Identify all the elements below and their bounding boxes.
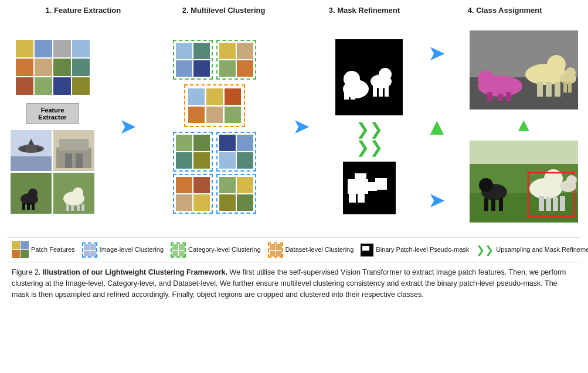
patch-6 xyxy=(35,59,52,76)
ca-top-svg xyxy=(470,30,578,109)
caption-bold-text: Illustration of our Lightweight Clusteri… xyxy=(43,268,227,276)
mask-refinement-section: ❯❯ ❯❯ xyxy=(331,18,407,235)
svg-rect-52 xyxy=(487,92,492,101)
blue-arrow-3: ➤ xyxy=(428,41,446,66)
legend-upsampling: ❯❯ Upsampling and Mask Refinement xyxy=(476,244,588,256)
mask-top xyxy=(335,39,403,115)
patch-8 xyxy=(72,59,90,76)
feature-extractor-box: Feature Extractor xyxy=(26,103,79,124)
step-1-label: 1. Feature Extraction xyxy=(25,6,142,15)
green-arrow-up: ▲ xyxy=(425,114,448,140)
mask-bottom-svg xyxy=(343,162,396,214)
cm-3 xyxy=(176,60,192,77)
svg-rect-45 xyxy=(555,82,560,97)
svg-rect-32 xyxy=(385,85,389,97)
bc-10 xyxy=(193,177,210,193)
input-images xyxy=(11,130,94,214)
ldm-5 xyxy=(172,244,178,250)
input-img-airplane xyxy=(11,130,52,171)
cm-7 xyxy=(219,60,236,77)
bc-11 xyxy=(176,194,192,211)
patch-12 xyxy=(72,77,90,95)
ldm-6 xyxy=(179,244,185,250)
main-container: 1. Feature Extraction 2. Multilevel Clus… xyxy=(0,0,588,307)
svg-rect-15 xyxy=(27,203,30,210)
svg-rect-26 xyxy=(344,89,349,100)
diagram-content: Feature Extractor xyxy=(7,18,581,235)
caption-figure-num: Figure 2. xyxy=(12,268,40,276)
ldm-9 xyxy=(270,244,276,250)
legend-category-level: Category-level Clustering xyxy=(171,242,261,258)
green-up-between: ▲ xyxy=(470,114,578,136)
ca-top-image xyxy=(470,30,578,109)
svg-rect-20 xyxy=(66,204,69,211)
svg-rect-14 xyxy=(22,203,25,210)
bc-15 xyxy=(219,194,236,211)
ldm-1 xyxy=(84,244,90,250)
svg-point-25 xyxy=(344,71,360,87)
bc-8 xyxy=(237,152,253,169)
cluster-row-blue-2 xyxy=(173,174,256,214)
patch-2 xyxy=(35,40,52,57)
bc-13 xyxy=(219,177,236,193)
orange-cluster-large xyxy=(184,84,245,127)
patch-11 xyxy=(53,77,71,95)
svg-point-42 xyxy=(547,55,566,74)
green-up-arrow-icon: ▲ xyxy=(515,114,533,136)
cm-5 xyxy=(219,43,236,59)
bc-5 xyxy=(219,135,236,151)
bc-3 xyxy=(176,152,192,169)
cluster-row-green xyxy=(173,40,256,80)
ldm-10 xyxy=(276,244,282,250)
bc-1 xyxy=(176,135,192,151)
patch-7 xyxy=(53,59,71,76)
ocm-3 xyxy=(225,88,241,105)
bc-14 xyxy=(237,177,253,193)
legend-dataset-level: Dataset-level Clustering xyxy=(268,242,354,258)
bc-16 xyxy=(237,194,253,211)
legend-patch-icon xyxy=(12,241,29,258)
ca-bottom-svg xyxy=(470,141,578,223)
svg-rect-30 xyxy=(373,85,377,97)
bc-4 xyxy=(193,152,210,169)
figure-caption: Figure 2. Illustration of our Lightweigh… xyxy=(7,262,581,302)
class-assignment-container: ▲ xyxy=(470,30,578,223)
arrow-3: ➤ ▲ ➤ xyxy=(422,18,451,235)
ocm-6 xyxy=(225,107,241,123)
blue-arrow-1: ➤ xyxy=(119,114,137,139)
svg-rect-31 xyxy=(379,85,383,97)
svg-rect-60 xyxy=(484,198,488,211)
svg-rect-37 xyxy=(349,192,356,203)
svg-rect-34 xyxy=(355,173,366,182)
green-cluster-2 xyxy=(216,40,256,80)
input-img-building xyxy=(53,130,94,171)
top-patch-grid xyxy=(16,40,90,95)
chevron-2: ❯❯ xyxy=(356,139,383,156)
legend-orange-box xyxy=(268,242,283,258)
ldm-8 xyxy=(179,251,185,256)
lp-2 xyxy=(21,241,29,249)
svg-point-59 xyxy=(479,178,493,192)
legend-mask-icon xyxy=(361,244,373,256)
svg-point-29 xyxy=(379,68,392,81)
ldm-11 xyxy=(270,251,276,256)
ldm-7 xyxy=(172,251,178,256)
bc-2 xyxy=(193,135,210,151)
legend-patch-label: Patch Features xyxy=(31,245,75,254)
multilevel-clustering-section xyxy=(157,18,271,235)
svg-rect-57 xyxy=(470,141,578,164)
ldm-2 xyxy=(90,244,96,250)
feature-extractor-label: Feature Extractor xyxy=(38,107,66,121)
bc-9 xyxy=(176,177,192,193)
bc-12 xyxy=(193,194,210,211)
svg-rect-67 xyxy=(553,197,558,211)
legend-patch-features: Patch Features xyxy=(12,241,75,258)
ocm-2 xyxy=(206,88,223,105)
step-3-label: 3. Mask Refinement xyxy=(305,6,423,15)
patch-3 xyxy=(53,40,71,57)
svg-rect-10 xyxy=(76,153,83,168)
chevron-1: ❯❯ xyxy=(356,121,383,138)
svg-rect-27 xyxy=(351,89,355,100)
svg-rect-66 xyxy=(546,197,551,211)
svg-point-13 xyxy=(28,189,38,198)
